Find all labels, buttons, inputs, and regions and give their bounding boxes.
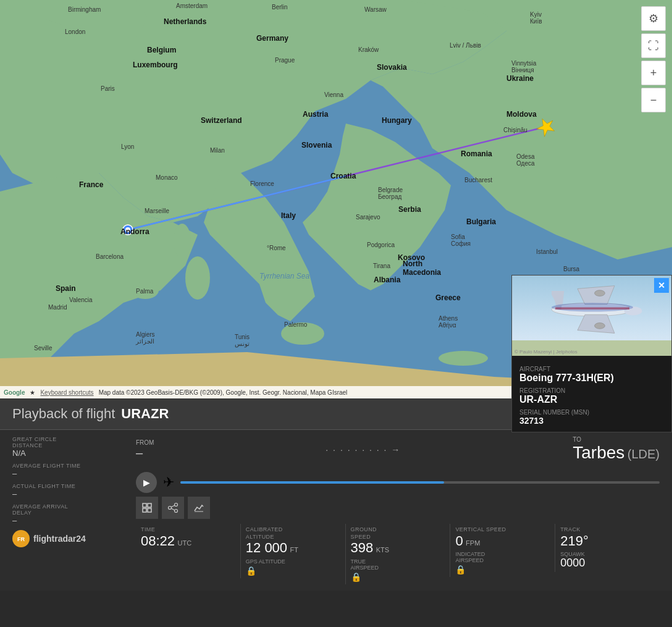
map-data-credit: Map data ©2023 GeoBasis-DE/BKG (©2009), … [99,389,348,396]
altitude-unit: FT [290,546,298,553]
svg-point-40 [175,510,178,513]
flight-info: GREAT CIRCLEDISTANCE N/A AVERAGE FLIGHT … [0,430,672,591]
serial-label: SERIAL NUMBER (MSN) [519,409,664,416]
settings-button[interactable]: ⚙ [641,6,666,31]
svg-text:© Paulo Mazenyi | Jetphotos: © Paulo Mazenyi | Jetphotos [514,349,578,355]
aircraft-info: AIRCRAFT Boeing 777-31H(ER) REGISTRATION… [512,356,671,432]
svg-point-30 [552,303,633,311]
time-value: 08:22 [141,533,175,549]
vertspeed-unit: FPM [466,539,480,547]
aircraft-type-label: AIRCRAFT [519,366,664,372]
fr24-logo[interactable]: FR flightradar24 [12,530,124,547]
share-button[interactable] [162,497,184,519]
avg-delay-stat: AVERAGE ARRIVALDELAY – [12,503,124,525]
avg-flight-label: AVERAGE FLIGHT TIME [12,463,124,469]
time-cell: TIME 08:22 UTC [136,524,240,551]
altitude-cell: CALIBRATEDALTITUDE 12 000 FT GPS ALTITUD… [240,524,345,578]
fr24-logo-text: flightradar24 [33,534,86,544]
avg-delay-value: – [12,516,124,525]
track-cell: TRACK 219° SQUAWK 0000 [555,524,660,572]
svg-point-39 [169,507,172,510]
playback-title: Playback of flight [12,406,115,422]
to-label: TO [573,436,660,443]
data-readouts: TIME 08:22 UTC CALIBRATEDALTITUDE 12 000… [136,524,660,584]
aircraft-card: © Paulo Mazenyi | Jetphotos ✕ AIRCRAFT B… [511,275,672,432]
to-code: (LDE) [628,447,660,461]
gps-alt-label: GPS ALTITUDE [246,558,340,565]
action-buttons [136,497,660,519]
expand-button[interactable] [136,497,158,519]
squawk-value: 0000 [560,557,655,570]
stats-column: GREAT CIRCLEDISTANCE N/A AVERAGE FLIGHT … [12,436,124,584]
flight-id: URAZR [121,406,169,422]
google-logo: Google [4,389,25,396]
svg-line-41 [171,505,175,507]
great-circle-label: GREAT CIRCLEDISTANCE [12,436,124,448]
svg-rect-34 [143,503,146,507]
to-display: Tarbes (LDE) [573,443,660,463]
route-display: FROM – · · · · · · · · · → TO Tarbes (LD… [136,436,660,463]
vertspeed-label: VERTICAL SPEED [455,526,550,534]
play-button[interactable]: ▶ [136,472,157,493]
zoom-in-button[interactable]: + [641,61,666,85]
true-airspeed-label: TRUEAIRSPEED [351,558,445,571]
altitude-label: CALIBRATEDALTITUDE [246,526,340,541]
svg-rect-36 [143,508,146,512]
groundspeed-unit: KTS [376,546,389,553]
avg-flight-stat: AVERAGE FLIGHT TIME – [12,463,124,478]
svg-text:FR: FR [17,536,25,542]
vertspeed-cell: VERTICAL SPEED 0 FPM INDICATEDAIRSPEED 🔒 [450,524,555,577]
actual-flight-stat: ACTUAL FLIGHT TIME – [12,483,124,499]
progress-fill [180,481,444,484]
vertspeed-value-group: 0 FPM [455,534,550,549]
keyboard-shortcuts[interactable]: Keyboard shortcuts [40,389,93,396]
groundspeed-label: GROUNDSPEED [351,526,445,541]
svg-rect-35 [148,503,151,507]
actual-flight-value: – [12,489,124,499]
vertspeed-lock-icon: 🔒 [455,565,550,574]
groundspeed-cell: GROUNDSPEED 398 KTS TRUEAIRSPEED 🔒 [345,524,450,584]
zoom-out-button[interactable]: − [641,88,666,112]
chart-button[interactable] [188,497,210,519]
great-circle-stat: GREAT CIRCLEDISTANCE N/A [12,436,124,458]
avg-delay-label: AVERAGE ARRIVALDELAY [12,503,124,516]
groundspeed-value: 398 [351,540,374,555]
svg-point-38 [175,503,178,507]
track-value: 219° [560,533,589,549]
svg-line-42 [171,508,175,510]
playback-controls: ▶ ✈ [136,472,660,493]
map-star: ★ [30,389,35,396]
altitude-value: 12 000 [246,540,287,555]
to-section: TO Tarbes (LDE) [573,436,660,463]
serial-value: 32713 [519,416,664,426]
indicated-airspeed-label: INDICATEDAIRSPEED [455,551,550,563]
altitude-lock-icon: 🔒 [246,566,340,576]
route-arrow: · · · · · · · · · → [160,445,566,455]
groundspeed-lock-icon: 🔒 [351,572,445,582]
groundspeed-value-group: 398 KTS [351,541,445,555]
bottom-panel: Playback of flight URAZR [0,398,672,591]
altitude-value-group: 12 000 FT [246,541,340,555]
svg-point-26 [595,290,605,297]
fullscreen-button[interactable]: ⛶ [641,33,666,58]
registration-value[interactable]: UR-AZR [519,394,664,405]
map-controls: ⚙ ⛶ + − [641,6,666,112]
registration-label: REGISTRATION [519,387,664,394]
track-value-group: 219° [560,534,655,549]
svg-point-27 [595,323,605,329]
great-circle-value: N/A [12,448,124,458]
aircraft-type-value: Boeing 777-31H(ER) [519,372,664,384]
close-card-button[interactable]: ✕ [654,278,669,293]
flight-route: FROM – · · · · · · · · · → TO Tarbes (LD… [136,436,660,584]
to-city: Tarbes [573,443,624,462]
avg-flight-value: – [12,469,124,478]
from-label: FROM [136,439,154,446]
fr24-logo-icon: FR [12,530,30,547]
actual-flight-label: ACTUAL FLIGHT TIME [12,483,124,489]
from-section: FROM – [136,439,154,460]
time-unit: UTC [178,539,192,547]
from-value: – [136,446,154,460]
progress-bar[interactable] [180,481,660,484]
svg-rect-37 [148,508,151,512]
plane-progress-icon: ✈ [163,474,174,490]
